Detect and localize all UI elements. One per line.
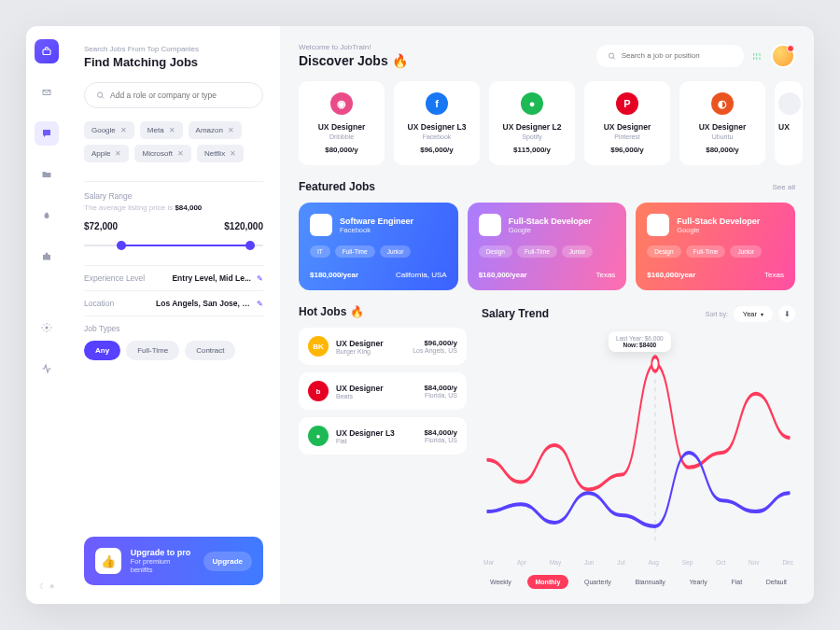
company-card[interactable]: P UX Designer Pinterest $96,000/y bbox=[584, 81, 670, 165]
period-chip[interactable]: Yearly bbox=[681, 575, 716, 589]
main-search[interactable] bbox=[596, 45, 744, 67]
company-logo: ● bbox=[308, 426, 329, 446]
hot-jobs-panel: Hot Jobs 🔥 BK UX DesignerBurger King $96… bbox=[299, 305, 467, 589]
upgrade-button[interactable]: Upgrade bbox=[203, 552, 252, 571]
moon-icon: ☾ bbox=[39, 582, 46, 591]
period-chip[interactable]: Weekly bbox=[482, 575, 520, 589]
company-logo: ◉ bbox=[330, 92, 353, 115]
salary-label: Salary Range bbox=[84, 191, 263, 201]
period-chip[interactable]: Biannually bbox=[627, 575, 674, 589]
nav-activity-icon[interactable] bbox=[35, 357, 59, 381]
divider bbox=[84, 181, 263, 182]
experience-field[interactable]: Experience Level Entry Level, Mid Le... … bbox=[84, 265, 263, 290]
filter-tag[interactable]: Amazon✕ bbox=[189, 121, 242, 139]
search-icon bbox=[96, 91, 105, 100]
jobtype-chip[interactable]: Any bbox=[84, 341, 120, 360]
salary-trend-panel: Salary Trend Sort by: Year▾ ⬇ Last Year:… bbox=[482, 305, 795, 589]
nav-chat-icon[interactable] bbox=[35, 121, 59, 146]
jobtype-chip[interactable]: Full-Time bbox=[126, 341, 179, 360]
svg-point-2 bbox=[98, 92, 103, 97]
salary-slider[interactable] bbox=[84, 239, 263, 252]
sidebar-title: Find Matching Jobs bbox=[84, 55, 263, 69]
close-icon[interactable]: ✕ bbox=[230, 149, 236, 158]
filter-tag[interactable]: Netflix✕ bbox=[197, 145, 244, 162]
theme-toggle[interactable]: ☾☀ bbox=[39, 582, 55, 591]
chart-tooltip: Last Year: $6,000 Now: $8400 bbox=[609, 331, 671, 352]
sort-select[interactable]: Year▾ bbox=[734, 306, 773, 322]
slider-knob-min[interactable] bbox=[117, 241, 126, 250]
topbar: Welcome to JobTrain! Discover Jobs 🔥 ¦¦¦ bbox=[299, 43, 795, 68]
thumbs-up-icon: 👍 bbox=[95, 548, 121, 574]
close-icon[interactable]: ✕ bbox=[169, 126, 175, 134]
pulse-icon[interactable]: ¦¦¦ bbox=[753, 51, 762, 60]
bottom-row: Hot Jobs 🔥 BK UX DesignerBurger King $96… bbox=[299, 305, 795, 589]
featured-row: Software EngineerFacebook ITFull-TimeJun… bbox=[299, 203, 795, 290]
filter-tag[interactable]: Apple✕ bbox=[84, 145, 129, 162]
jobtypes-field: Job Types AnyFull-TimeContract bbox=[84, 315, 263, 368]
salary-range-values: $72,000 $120,000 bbox=[84, 221, 263, 231]
sun-icon: ☀ bbox=[49, 582, 55, 591]
company-logo: G bbox=[647, 214, 669, 236]
company-logo: b bbox=[308, 381, 329, 401]
main-search-input[interactable] bbox=[622, 51, 733, 60]
salary-max: $120,000 bbox=[224, 221, 263, 231]
edit-icon[interactable]: ✎ bbox=[257, 300, 263, 308]
salary-min: $72,000 bbox=[84, 221, 118, 231]
upgrade-card: 👍 Upgrade to pro For premium benifits Up… bbox=[84, 537, 263, 585]
featured-card[interactable]: Software EngineerFacebook ITFull-TimeJun… bbox=[299, 203, 458, 290]
filter-tag[interactable]: Microsoft✕ bbox=[134, 145, 190, 162]
close-icon[interactable]: ✕ bbox=[228, 126, 234, 134]
nav-briefcase-icon[interactable] bbox=[35, 245, 59, 269]
company-card-peek[interactable]: UX bbox=[775, 81, 803, 165]
company-logo: BK bbox=[308, 336, 329, 357]
filter-tag[interactable]: Meta✕ bbox=[140, 121, 183, 139]
hot-job-item[interactable]: BK UX DesignerBurger King $96,000/yLos A… bbox=[299, 328, 467, 365]
featured-header: Featured Jobs See all bbox=[299, 180, 795, 193]
discover-title: Discover Jobs 🔥 bbox=[299, 53, 408, 68]
close-icon[interactable]: ✕ bbox=[115, 149, 121, 158]
avatar[interactable] bbox=[771, 44, 795, 68]
nav-inbox-icon[interactable] bbox=[35, 80, 59, 105]
featured-card[interactable]: GFull-Stack DeveloperGoogle DesignFull-T… bbox=[636, 203, 795, 290]
app-shell: ☾☀ Search Jobs From Top Companies Find M… bbox=[26, 26, 814, 604]
nav-fire-icon[interactable] bbox=[35, 203, 59, 228]
edit-icon[interactable]: ✎ bbox=[257, 274, 263, 283]
see-all-link[interactable]: See all bbox=[773, 183, 795, 191]
period-chip[interactable]: Monthly bbox=[527, 575, 569, 589]
nav-rail: ☾☀ bbox=[26, 26, 67, 604]
close-icon[interactable]: ✕ bbox=[177, 149, 184, 158]
company-card[interactable]: f UX Designer L3 Facebook $96,000/y bbox=[394, 81, 480, 165]
nav-folder-icon[interactable] bbox=[35, 162, 59, 187]
company-card[interactable]: ● UX Designer L2 Spotify $115,000/y bbox=[489, 81, 575, 165]
company-card[interactable]: ◐ UX Designer Ubuntu $80,000/y bbox=[679, 81, 765, 165]
location-field[interactable]: Location Los Angels, San Jose, San F... … bbox=[84, 290, 263, 315]
app-logo bbox=[35, 39, 59, 63]
svg-point-1 bbox=[46, 327, 49, 329]
hot-job-item[interactable]: b UX DesignerBeats $84,000/yFlorida, US bbox=[299, 372, 467, 410]
period-chip[interactable]: Default bbox=[758, 575, 795, 589]
svg-point-3 bbox=[609, 53, 613, 58]
download-icon[interactable]: ⬇ bbox=[778, 305, 795, 322]
svg-rect-0 bbox=[43, 49, 50, 55]
svg-point-5 bbox=[651, 357, 658, 371]
nav-settings-icon[interactable] bbox=[35, 315, 59, 340]
sidebar-search-input[interactable] bbox=[110, 91, 251, 100]
search-icon bbox=[608, 51, 616, 61]
chevron-down-icon: ▾ bbox=[761, 311, 763, 317]
period-chip[interactable]: Quarterly bbox=[576, 575, 620, 589]
company-carousel: ◉ UX Designer Dribbble $80,000/yf UX Des… bbox=[299, 81, 795, 165]
trend-chart: Last Year: $6,000 Now: $8400 bbox=[482, 329, 795, 557]
filter-tag[interactable]: Google✕ bbox=[84, 121, 134, 139]
period-chip[interactable]: Fiat bbox=[722, 575, 750, 589]
close-icon[interactable]: ✕ bbox=[120, 126, 127, 134]
company-logo: ● bbox=[521, 92, 543, 115]
featured-card[interactable]: GFull-Stack DeveloperGoogle DesignFull-T… bbox=[468, 203, 627, 290]
company-logo: G bbox=[479, 214, 501, 236]
sidebar-search[interactable] bbox=[84, 82, 263, 108]
slider-knob-max[interactable] bbox=[245, 241, 255, 250]
main-content: Welcome to JobTrain! Discover Jobs 🔥 ¦¦¦… bbox=[280, 26, 814, 604]
hot-job-item[interactable]: ● UX Designer L3Fiat $84,000/yFlorida, U… bbox=[299, 417, 467, 455]
company-card[interactable]: ◉ UX Designer Dribbble $80,000/y bbox=[299, 81, 385, 165]
filter-tags: Google✕Meta✕Amazon✕Apple✕Microsoft✕Netfl… bbox=[84, 121, 263, 162]
jobtype-chip[interactable]: Contract bbox=[185, 341, 235, 360]
